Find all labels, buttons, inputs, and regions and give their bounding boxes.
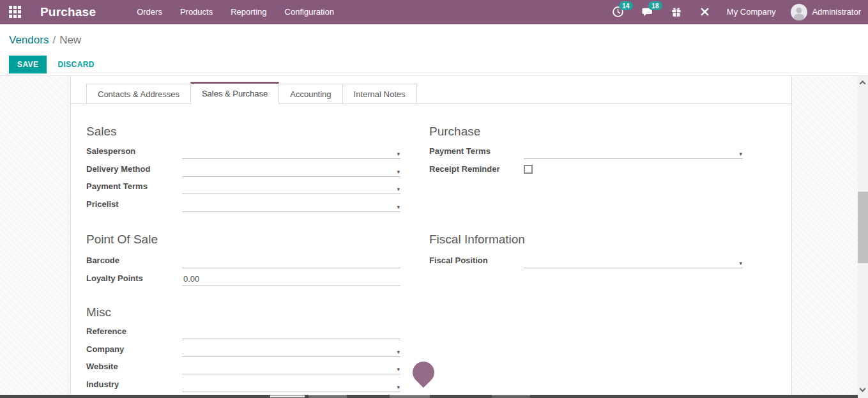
- breadcrumb-vendors-link[interactable]: Vendors: [9, 34, 49, 46]
- chevron-down-icon: ▾: [397, 169, 400, 175]
- salesperson-dropdown[interactable]: ▾: [182, 145, 400, 159]
- industry-label: Industry: [86, 379, 182, 392]
- menu-item-products[interactable]: Products: [171, 7, 222, 17]
- control-panel: Vendors/New SAVE DISCARD: [0, 24, 868, 76]
- chevron-down-icon: ▾: [397, 385, 400, 390]
- field-row-industry: Industry ▾: [86, 374, 400, 392]
- loyalty-points-input[interactable]: 0.00: [182, 272, 400, 286]
- taskbar-app-button[interactable]: [492, 395, 530, 398]
- reference-input[interactable]: [182, 325, 400, 339]
- tab-accounting[interactable]: Accounting: [278, 84, 342, 104]
- scrollbar-thumb[interactable]: [858, 192, 868, 263]
- section-title-sales: Sales: [86, 125, 117, 139]
- section-point-of-sale: Barcode Loyalty Points 0.00: [86, 251, 400, 286]
- chevron-down-icon: ▾: [397, 151, 400, 157]
- tools-button[interactable]: [699, 6, 710, 17]
- company-switcher[interactable]: My Company: [727, 7, 776, 17]
- save-button[interactable]: SAVE: [9, 56, 47, 73]
- tab-internal-notes[interactable]: Internal Notes: [342, 84, 417, 104]
- section-title-point-of-sale: Point Of Sale: [86, 233, 158, 247]
- section-title-purchase: Purchase: [429, 125, 480, 139]
- industry-dropdown[interactable]: ▾: [182, 378, 400, 392]
- payment-terms-purchase-dropdown[interactable]: ▾: [524, 145, 743, 159]
- chevron-down-icon: ▾: [739, 151, 743, 157]
- tools-icon: [699, 6, 710, 17]
- user-avatar: [791, 4, 807, 20]
- field-row-fiscal-position: Fiscal Position ▾: [429, 251, 743, 268]
- field-row-payment-terms-sales: Payment Terms ▾: [86, 177, 400, 194]
- receipt-reminder-label: Receipt Reminder: [429, 164, 524, 177]
- field-row-company: Company ▾: [86, 339, 400, 356]
- tab-contacts-addresses[interactable]: Contacts & Addresses: [86, 84, 191, 104]
- rewards-button[interactable]: [671, 6, 682, 18]
- scrollbar-up-arrow[interactable]: [860, 80, 865, 86]
- apps-grid-icon: [9, 6, 21, 18]
- menu-item-configuration[interactable]: Configuration: [276, 7, 343, 17]
- vertical-scrollbar: [858, 76, 868, 398]
- content-area: Contacts & Addresses Sales & Purchase Ac…: [0, 76, 868, 398]
- delivery-method-dropdown[interactable]: ▾: [182, 163, 400, 177]
- breadcrumb: Vendors/New: [9, 34, 81, 47]
- message-count-badge: 18: [648, 1, 662, 10]
- pricelist-label: Pricelist: [86, 199, 182, 212]
- chevron-down-icon: ▾: [397, 367, 400, 372]
- delivery-method-label: Delivery Method: [86, 164, 182, 177]
- notebook-tabs: Contacts & Addresses Sales & Purchase Ac…: [71, 83, 791, 104]
- taskbar-app-button[interactable]: [390, 395, 430, 398]
- breadcrumb-separator: /: [52, 34, 56, 46]
- taskbar-edge: [0, 395, 859, 398]
- taskbar-app-button[interactable]: [308, 395, 347, 398]
- field-row-loyalty-points: Loyalty Points 0.00: [86, 268, 400, 286]
- tab-sales-purchase[interactable]: Sales & Purchase: [190, 82, 279, 104]
- chevron-down-icon: ▾: [739, 261, 743, 266]
- section-title-misc: Misc: [86, 305, 111, 319]
- field-row-website: Website ▾: [86, 357, 400, 374]
- activity-count-badge: 14: [619, 1, 633, 10]
- payment-terms-purchase-label: Payment Terms: [429, 146, 524, 159]
- fiscal-position-label: Fiscal Position: [429, 256, 524, 268]
- section-title-fiscal-information: Fiscal Information: [429, 233, 525, 247]
- main-menu: Orders Products Reporting Configuration: [128, 0, 343, 24]
- systray: 14 18 My Company: [595, 4, 868, 20]
- field-row-receipt-reminder: Receipt Reminder: [429, 159, 743, 176]
- field-row-payment-terms-purchase: Payment Terms ▾: [429, 142, 743, 159]
- section-misc: Reference Company ▾ Website ▾ Industry ▾: [86, 322, 400, 392]
- user-name: Administrator: [812, 7, 861, 17]
- payment-terms-sales-dropdown[interactable]: ▾: [182, 180, 400, 194]
- discard-button[interactable]: DISCARD: [57, 60, 94, 69]
- field-row-barcode: Barcode: [86, 251, 400, 268]
- loyalty-points-label: Loyalty Points: [86, 273, 182, 286]
- section-sales: Salesperson ▾ Delivery Method ▾ Payment …: [86, 142, 400, 212]
- activities-button[interactable]: 14: [612, 6, 624, 18]
- field-row-reference: Reference: [86, 322, 400, 339]
- company-dropdown[interactable]: ▾: [182, 343, 400, 357]
- salesperson-label: Salesperson: [86, 146, 182, 159]
- field-row-delivery-method: Delivery Method ▾: [86, 159, 400, 176]
- fiscal-position-dropdown[interactable]: ▾: [524, 254, 743, 268]
- menu-item-orders[interactable]: Orders: [128, 7, 171, 17]
- section-purchase: Payment Terms ▾ Receipt Reminder: [429, 142, 743, 177]
- user-menu[interactable]: Administrator: [791, 4, 861, 20]
- scrollbar-down-arrow[interactable]: [860, 388, 865, 394]
- website-dropdown[interactable]: ▾: [182, 360, 400, 374]
- gift-icon: [671, 6, 682, 18]
- chevron-down-icon: ▾: [397, 349, 400, 355]
- payment-terms-sales-label: Payment Terms: [86, 181, 182, 194]
- pricelist-dropdown[interactable]: ▾: [182, 198, 400, 212]
- apps-menu-button[interactable]: [0, 0, 29, 24]
- taskbar-app-button[interactable]: [270, 395, 305, 398]
- barcode-input[interactable]: [182, 254, 400, 268]
- top-navbar: Purchase Orders Products Reporting Confi…: [0, 0, 868, 24]
- chevron-down-icon: ▾: [397, 187, 400, 192]
- website-label: Website: [86, 362, 182, 374]
- company-label: Company: [86, 344, 182, 357]
- app-title: Purchase: [40, 5, 96, 19]
- menu-item-reporting[interactable]: Reporting: [222, 7, 275, 17]
- breadcrumb-current: New: [59, 34, 81, 46]
- receipt-reminder-checkbox[interactable]: [524, 165, 533, 174]
- messages-button[interactable]: 18: [641, 6, 653, 18]
- field-row-pricelist: Pricelist ▾: [86, 194, 400, 211]
- form-sheet: Contacts & Addresses Sales & Purchase Ac…: [70, 76, 792, 398]
- field-row-salesperson: Salesperson ▾: [86, 142, 400, 159]
- section-fiscal-information: Fiscal Position ▾: [429, 251, 743, 268]
